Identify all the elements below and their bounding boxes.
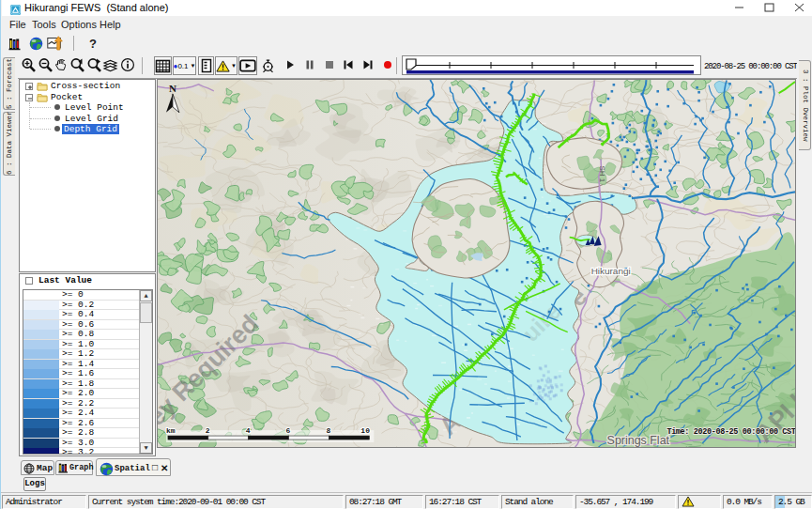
svg-text:km: km: [166, 426, 176, 435]
svg-text:2: 2: [206, 426, 210, 435]
svg-text:Time: 2020-08-25 00:00:00 CST: Time: 2020-08-25 00:00:00 CST: [666, 427, 795, 437]
svg-text:N: N: [169, 83, 176, 94]
svg-text:8: 8: [326, 426, 330, 435]
svg-text:Hikurangi: Hikurangi: [591, 266, 631, 276]
svg-text:10: 10: [360, 426, 370, 435]
svg-text:4: 4: [246, 426, 251, 435]
svg-text:Springs Flat: Springs Flat: [607, 434, 670, 447]
svg-text:6: 6: [286, 426, 291, 435]
svg-text:SH 1: SH 1: [598, 166, 606, 183]
